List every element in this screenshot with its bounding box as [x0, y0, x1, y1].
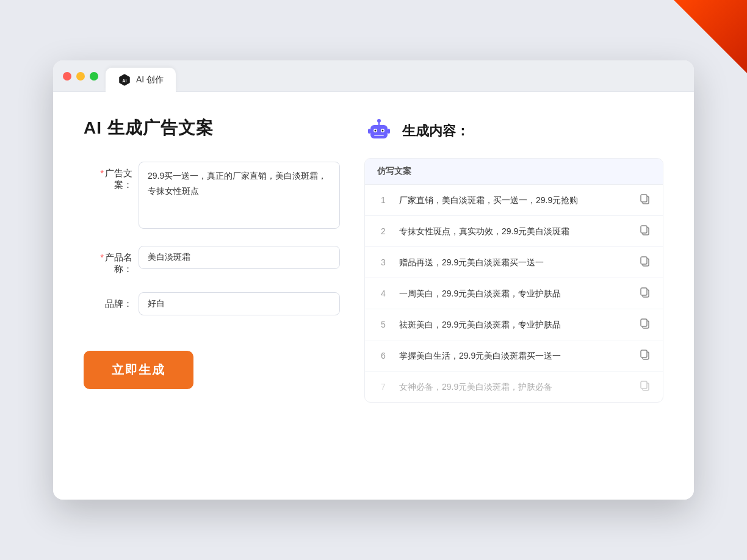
- result-item: 3赠品再送，29.9元美白淡斑霜买一送一: [365, 247, 663, 278]
- result-item-num: 4: [377, 289, 389, 298]
- result-item-text: 厂家直销，美白淡斑霜，买一送一，29.9元抢购: [399, 194, 630, 207]
- result-title: 生成内容：: [402, 122, 469, 140]
- result-item-text: 一周美白，29.9元美白淡斑霜，专业护肤品: [399, 287, 630, 300]
- result-item-num: 3: [377, 257, 389, 267]
- svg-rect-17: [641, 257, 647, 264]
- svg-rect-25: [641, 381, 647, 389]
- result-item: 4一周美白，29.9元美白淡斑霜，专业护肤品: [365, 278, 663, 309]
- form-group-ad-copy: *广告文案：: [84, 162, 340, 229]
- product-name-required: *: [100, 252, 104, 262]
- svg-rect-15: [641, 226, 647, 233]
- generate-button[interactable]: 立即生成: [84, 351, 193, 389]
- copy-icon[interactable]: [640, 287, 651, 300]
- result-item-text: 女神必备，29.9元美白淡斑霜，护肤必备: [399, 381, 630, 393]
- ad-copy-label: *广告文案：: [84, 162, 139, 191]
- svg-rect-11: [388, 129, 390, 134]
- tab-ai-create[interactable]: AI AI 创作: [106, 68, 176, 92]
- traffic-light-maximize[interactable]: [90, 72, 98, 81]
- tab-label: AI 创作: [136, 74, 164, 85]
- result-item-text: 掌握美白生活，29.9元美白淡斑霜买一送一: [399, 350, 630, 362]
- copy-icon[interactable]: [640, 224, 651, 238]
- svg-rect-2: [370, 125, 388, 138]
- copy-icon[interactable]: [640, 349, 651, 362]
- svg-point-9: [377, 119, 381, 123]
- svg-text:AI: AI: [122, 77, 126, 83]
- copy-icon[interactable]: [640, 318, 651, 331]
- result-item-num: 5: [377, 320, 389, 329]
- result-item-num: 6: [377, 351, 389, 361]
- copy-icon[interactable]: [640, 380, 651, 393]
- svg-rect-21: [641, 319, 647, 326]
- right-panel: 生成内容： 仿写文案 1厂家直销，美白淡斑霜，买一送一，29.9元抢购 2专抹女…: [364, 117, 663, 475]
- result-item-num: 7: [377, 382, 389, 392]
- ad-copy-required: *: [100, 168, 104, 178]
- result-item-text: 祛斑美白，29.9元美白淡斑霜，专业护肤品: [399, 318, 630, 331]
- brand-input[interactable]: [139, 292, 340, 315]
- browser-titlebar: AI AI 创作: [53, 60, 694, 92]
- result-table: 仿写文案 1厂家直销，美白淡斑霜，买一送一，29.9元抢购 2专抹女性斑点，真实…: [364, 158, 663, 403]
- copy-icon[interactable]: [640, 193, 651, 207]
- svg-rect-7: [374, 135, 384, 136]
- traffic-light-minimize[interactable]: [76, 72, 85, 81]
- svg-rect-10: [368, 129, 370, 134]
- browser-content: AI 生成广告文案 *广告文案： *产品名称： 品牌： 立: [53, 92, 694, 500]
- form-group-product-name: *产品名称：: [84, 246, 340, 275]
- ai-tab-icon: AI: [118, 73, 131, 87]
- traffic-light-close[interactable]: [63, 72, 71, 81]
- browser-window: AI AI 创作 AI 生成广告文案 *广告文案： *产品名称：: [53, 60, 694, 500]
- left-panel: AI 生成广告文案 *广告文案： *产品名称： 品牌： 立: [84, 117, 340, 475]
- result-item: 5祛斑美白，29.9元美白淡斑霜，专业护肤品: [365, 309, 663, 340]
- svg-point-5: [375, 130, 377, 132]
- result-items-container: 1厂家直销，美白淡斑霜，买一送一，29.9元抢购 2专抹女性斑点，真实功效，29…: [365, 185, 663, 402]
- result-item: 2专抹女性斑点，真实功效，29.9元美白淡斑霜: [365, 216, 663, 247]
- result-item: 7女神必备，29.9元美白淡斑霜，护肤必备: [365, 372, 663, 402]
- svg-rect-19: [641, 288, 647, 295]
- result-item-num: 1: [377, 195, 389, 205]
- result-table-header: 仿写文案: [365, 159, 663, 185]
- product-name-label: *产品名称：: [84, 246, 139, 275]
- result-item: 1厂家直销，美白淡斑霜，买一送一，29.9元抢购: [365, 185, 663, 216]
- form-group-brand: 品牌：: [84, 292, 340, 315]
- product-name-input[interactable]: [139, 246, 340, 269]
- result-header: 生成内容：: [364, 117, 663, 146]
- result-item: 6掌握美白生活，29.9元美白淡斑霜买一送一: [365, 340, 663, 372]
- robot-icon: [364, 117, 394, 146]
- brand-label: 品牌：: [84, 292, 139, 310]
- ad-copy-input[interactable]: [139, 162, 340, 229]
- traffic-lights: [63, 72, 98, 81]
- page-title: AI 生成广告文案: [84, 117, 340, 140]
- svg-point-6: [382, 130, 384, 132]
- svg-rect-13: [641, 195, 647, 202]
- copy-icon[interactable]: [640, 256, 651, 269]
- result-item-num: 2: [377, 226, 389, 236]
- svg-rect-23: [641, 350, 647, 357]
- result-item-text: 赠品再送，29.9元美白淡斑霜买一送一: [399, 256, 630, 269]
- result-item-text: 专抹女性斑点，真实功效，29.9元美白淡斑霜: [399, 225, 630, 238]
